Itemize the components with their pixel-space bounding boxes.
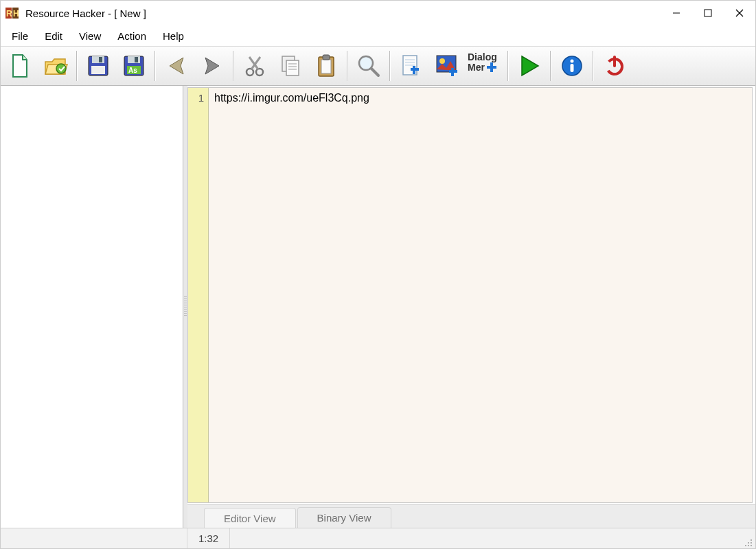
run-button[interactable] — [512, 49, 547, 83]
svg-rect-23 — [286, 60, 299, 75]
find-button[interactable] — [352, 49, 386, 83]
tab-editor-view[interactable]: Editor View — [204, 508, 296, 528]
plus-icon — [486, 62, 497, 73]
code-editor[interactable]: 1 https://i.imgur.com/ueFl3Cq.png — [187, 87, 753, 503]
status-cursor-position: 1:32 — [187, 528, 230, 548]
save-as-button[interactable]: As — [117, 49, 151, 83]
save-as-icon: As — [122, 54, 146, 78]
nav-back-icon — [165, 55, 187, 77]
svg-rect-11 — [99, 57, 102, 62]
editor-content[interactable]: https://i.imgur.com/ueFl3Cq.png — [209, 88, 752, 502]
save-button[interactable] — [81, 49, 115, 83]
close-button[interactable] — [724, 1, 755, 25]
svg-rect-37 — [413, 66, 415, 74]
svg-rect-14 — [128, 56, 140, 63]
add-image-icon — [435, 54, 459, 78]
svg-point-19 — [256, 69, 263, 75]
svg-point-49 — [751, 539, 752, 541]
cut-button[interactable] — [238, 49, 272, 83]
window-title: Resource Hacker - [ New ] — [25, 8, 146, 19]
svg-rect-10 — [92, 56, 104, 63]
svg-rect-28 — [321, 60, 331, 73]
power-icon — [604, 55, 626, 77]
paste-button[interactable] — [309, 49, 343, 83]
menu-edit[interactable]: Edit — [36, 27, 71, 45]
app-window: R H Resource Hacker - [ New ] File Edit … — [0, 0, 756, 549]
svg-rect-43 — [490, 62, 493, 72]
svg-text:R: R — [6, 9, 12, 19]
minimize-button[interactable] — [661, 1, 692, 25]
add-image-button[interactable] — [430, 49, 464, 83]
svg-point-45 — [571, 60, 574, 63]
toolbar-separator — [76, 51, 78, 81]
line-number: 1 — [188, 92, 204, 104]
info-button[interactable] — [555, 49, 589, 83]
resize-grip-icon[interactable] — [743, 537, 753, 547]
copy-icon — [279, 54, 301, 78]
svg-point-18 — [247, 69, 253, 75]
nav-forward-button[interactable] — [195, 49, 229, 83]
maximize-button[interactable] — [692, 1, 724, 25]
new-file-button[interactable] — [3, 49, 37, 83]
toolbar-separator — [154, 51, 156, 81]
search-icon — [356, 54, 381, 78]
toolbar-separator — [233, 51, 234, 81]
status-bar: 1:32 — [1, 528, 755, 548]
new-script-icon — [400, 54, 422, 78]
dialog-label-top: Dialog — [468, 52, 502, 62]
save-icon — [87, 54, 110, 78]
toolbar-separator — [507, 51, 509, 81]
nav-forward-icon — [201, 55, 223, 77]
paste-icon — [316, 54, 336, 78]
open-button[interactable] — [38, 49, 73, 83]
cut-icon — [244, 55, 266, 77]
svg-rect-46 — [571, 64, 574, 72]
editor-wrap: 1 https://i.imgur.com/ueFl3Cq.png Editor… — [187, 86, 755, 528]
svg-text:H: H — [13, 9, 19, 19]
toolbar-separator — [347, 51, 348, 81]
new-script-button[interactable] — [394, 49, 428, 83]
svg-text:As: As — [128, 67, 137, 74]
svg-point-39 — [439, 58, 445, 64]
title-bar: R H Resource Hacker - [ New ] — [1, 1, 755, 25]
tab-binary-view[interactable]: Binary View — [297, 507, 391, 528]
dialog-merge-button[interactable]: Dialog Mer — [466, 49, 504, 83]
menu-help[interactable]: Help — [154, 27, 192, 45]
svg-point-50 — [748, 542, 749, 544]
status-cell-left — [1, 528, 187, 548]
toolbar-separator — [550, 51, 551, 81]
svg-point-8 — [56, 64, 66, 73]
info-icon — [561, 55, 583, 77]
main-area: 1 https://i.imgur.com/ueFl3Cq.png Editor… — [1, 86, 755, 528]
svg-rect-12 — [91, 66, 105, 74]
svg-point-53 — [748, 545, 749, 546]
new-file-icon — [9, 54, 31, 78]
svg-point-54 — [751, 545, 752, 546]
toolbar-separator — [593, 51, 594, 81]
view-tabs: Editor View Binary View — [187, 504, 755, 528]
menu-action[interactable]: Action — [109, 27, 154, 45]
svg-rect-15 — [135, 57, 138, 62]
play-icon — [519, 54, 540, 78]
dialog-label-bottom: Mer — [468, 62, 485, 73]
svg-rect-29 — [323, 55, 330, 60]
svg-point-52 — [745, 545, 746, 546]
svg-rect-5 — [705, 10, 711, 16]
svg-point-51 — [751, 542, 752, 544]
app-icon: R H — [5, 5, 20, 21]
menu-view[interactable]: View — [71, 27, 109, 45]
svg-rect-41 — [451, 68, 454, 76]
svg-line-31 — [371, 69, 378, 75]
toolbar-separator — [389, 51, 391, 81]
power-button[interactable] — [597, 49, 632, 83]
menu-file[interactable]: File — [3, 27, 36, 45]
splitter-grip-icon — [184, 296, 187, 317]
line-number-gutter: 1 — [188, 88, 209, 502]
copy-button[interactable] — [273, 49, 308, 83]
menu-bar: File Edit View Action Help — [1, 25, 755, 46]
toolbar: As — [1, 46, 755, 86]
resource-tree-panel[interactable] — [1, 86, 183, 528]
nav-back-button[interactable] — [159, 49, 194, 83]
open-folder-icon — [43, 55, 68, 77]
